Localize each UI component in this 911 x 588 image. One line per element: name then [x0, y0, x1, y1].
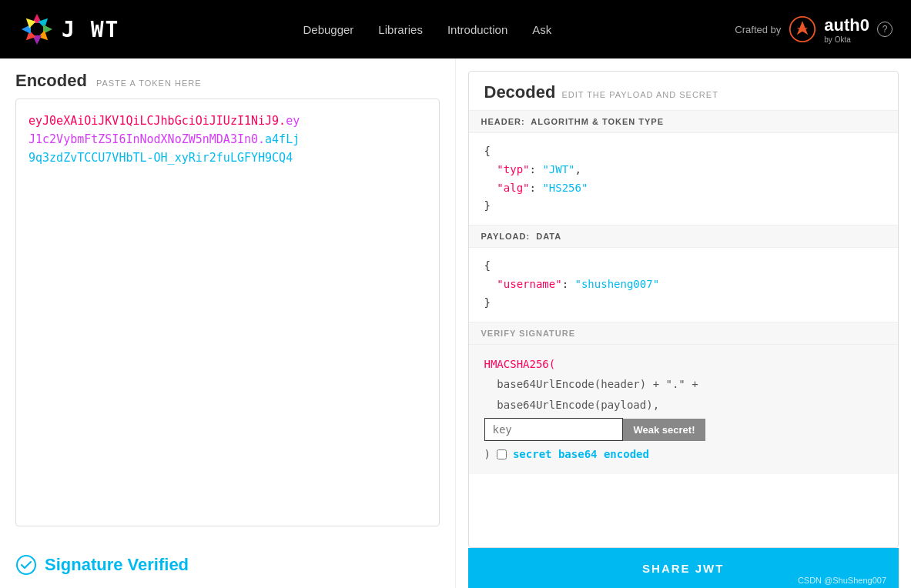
auth0-icon: [789, 15, 816, 43]
token-part3-prefix: a4fLj: [265, 132, 300, 146]
header-label-sub: ALGORITHM & TOKEN TYPE: [531, 117, 664, 126]
typ-value: "JWT": [542, 163, 574, 175]
weak-secret-button[interactable]: Weak secret!: [623, 419, 706, 441]
share-jwt-label: SHARE JWT: [642, 562, 724, 575]
nav-libraries[interactable]: Libraries: [378, 23, 423, 36]
payload-json: { "username": "shusheng007" }: [469, 248, 899, 321]
verify-line2: base64UrlEncode(header) + "." +: [497, 378, 698, 390]
encoded-header: Encoded PASTE A TOKEN HERE: [0, 58, 455, 99]
payload-label-sub: DATA: [536, 232, 561, 241]
verify-line3: base64UrlEncode(payload),: [497, 399, 659, 411]
decoded-panel: Decoded EDIT THE PAYLOAD AND SECRET HEAD…: [456, 58, 912, 588]
watermark: CSDN @ShuSheng007: [798, 576, 886, 585]
decoded-inner: Decoded EDIT THE PAYLOAD AND SECRET HEAD…: [468, 71, 899, 548]
svg-point-9: [17, 556, 35, 574]
alg-value: "HS256": [542, 182, 588, 194]
help-button[interactable]: ?: [877, 22, 893, 37]
main-content: Encoded PASTE A TOKEN HERE eyJ0eXAiOiJKV…: [0, 58, 911, 588]
decoded-header: Decoded EDIT THE PAYLOAD AND SECRET: [469, 72, 899, 110]
svg-marker-7: [23, 15, 36, 28]
header-section: HEADER: ALGORITHM & TOKEN TYPE { "typ": …: [469, 110, 899, 225]
encoded-subtitle: PASTE A TOKEN HERE: [96, 79, 202, 88]
encoded-token-area[interactable]: eyJ0eXAiOiJKV1QiLCJhbGciOiJIUzI1NiJ9.eyJ…: [15, 99, 440, 526]
crafted-by-label: Crafted by: [735, 24, 781, 35]
payload-section-label: PAYLOAD: DATA: [469, 226, 899, 248]
header-section-label: HEADER: ALGORITHM & TOKEN TYPE: [469, 111, 899, 133]
token-part3-body: 9q3zdZvTCCU7VHbTL-OH_xyRir2fuLGFYH9CQ4: [28, 151, 293, 165]
nav-introduction[interactable]: Introduction: [447, 23, 507, 36]
hmac-fn: HMACSHA256(: [484, 358, 556, 370]
header-right: Crafted by auth0 by Okta ?: [735, 15, 893, 44]
auth0-logo-text: auth0 by Okta: [824, 15, 869, 44]
token-part2-body: J1c2VybmFtZSI6InNodXNoZW5nMDA3In0: [28, 132, 258, 146]
payload-section: PAYLOAD: DATA { "username": "shusheng007…: [469, 225, 899, 321]
alg-key: "alg": [497, 182, 529, 194]
logo-area: J WT: [18, 11, 119, 48]
verify-body: HMACSHA256( base64UrlEncode(header) + ".…: [469, 345, 899, 474]
token-part2-prefix: ey: [286, 114, 300, 128]
verify-label: VERIFY SIGNATURE: [469, 322, 899, 345]
checkbox-row: ) secret base64 encoded: [484, 444, 883, 465]
verify-input-row: Weak secret!: [484, 418, 883, 441]
main-nav: Debugger Libraries Introduction Ask: [303, 23, 551, 36]
header-json: { "typ": "JWT", "alg": "HS256" }: [469, 133, 899, 225]
encoded-panel: Encoded PASTE A TOKEN HERE eyJ0eXAiOiJKV…: [0, 58, 456, 588]
decoded-title: Decoded: [484, 82, 556, 102]
username-key: "username": [497, 278, 561, 290]
auth0-brand: auth0: [824, 15, 869, 35]
typ-key: "typ": [497, 163, 529, 175]
signature-verified: Signature Verified: [0, 542, 455, 588]
check-circle-icon: [15, 554, 37, 576]
jwt-logo-icon: [18, 11, 55, 48]
token-dot1: .: [279, 114, 286, 128]
payload-label-main: PAYLOAD:: [481, 232, 531, 241]
logo-text: J WT: [62, 17, 119, 42]
base64-checkbox[interactable]: [497, 449, 507, 459]
nav-ask[interactable]: Ask: [532, 23, 551, 36]
encoded-title: Encoded: [15, 71, 87, 91]
token-part1: eyJ0eXAiOiJKV1QiLCJhbGciOiJIUzI1NiJ9: [28, 114, 279, 128]
header: J WT Debugger Libraries Introduction Ask…: [0, 0, 911, 58]
decoded-subtitle: EDIT THE PAYLOAD AND SECRET: [561, 90, 718, 99]
share-jwt-button[interactable]: SHARE JWT CSDN @ShuSheng007: [468, 548, 899, 588]
username-value: "shusheng007": [575, 278, 660, 290]
closing-paren: ): [484, 444, 491, 465]
secret-input[interactable]: [484, 418, 623, 441]
token-dot2: .: [258, 132, 265, 146]
header-label-main: HEADER:: [481, 117, 525, 126]
verify-section: VERIFY SIGNATURE HMACSHA256( base64UrlEn…: [469, 322, 899, 547]
auth0-sub: by Okta: [824, 35, 850, 44]
base64-label: secret base64 encoded: [513, 444, 649, 465]
signature-verified-text: Signature Verified: [45, 555, 189, 575]
nav-debugger[interactable]: Debugger: [303, 23, 353, 36]
